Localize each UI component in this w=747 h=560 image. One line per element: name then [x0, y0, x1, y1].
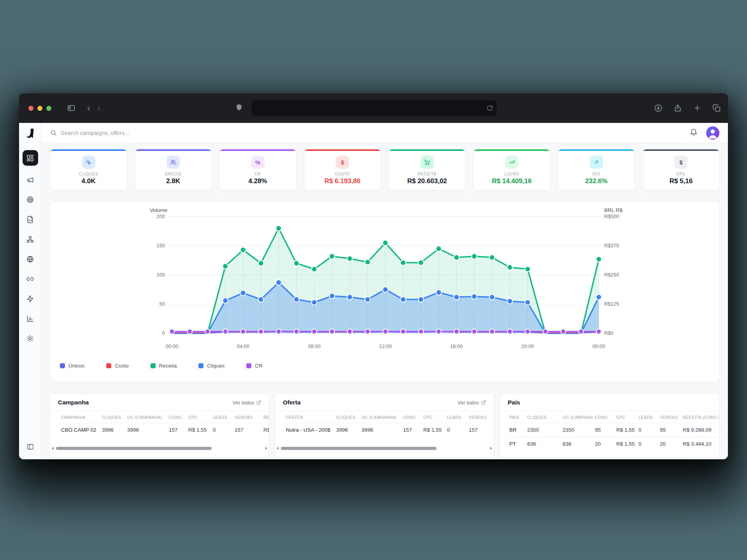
- svg-text:00:00: 00:00: [593, 343, 605, 349]
- zoom-window-button[interactable]: [46, 106, 51, 111]
- app-logo[interactable]: [19, 123, 41, 143]
- sidebar-item-automations[interactable]: [25, 293, 36, 304]
- kpi-accent-bar: [304, 149, 381, 151]
- legend-item-cliques[interactable]: Cliques: [198, 363, 224, 369]
- kpi-value: 4.28%: [219, 177, 296, 185]
- notifications-bell-icon[interactable]: [690, 128, 698, 138]
- file-code-icon: [26, 215, 34, 224]
- sidebar-toggle-icon[interactable]: [67, 104, 75, 112]
- kpi-label: CUSTO: [304, 172, 381, 176]
- toolbar-right-icons: [654, 104, 721, 112]
- kpi-accent-bar: [389, 149, 465, 151]
- user-avatar[interactable]: [706, 126, 719, 140]
- svg-text:R$0: R$0: [604, 330, 614, 336]
- new-tab-icon[interactable]: [693, 104, 701, 112]
- cursor-click-icon: [82, 156, 95, 169]
- svg-text:R$250: R$250: [604, 272, 619, 278]
- search-bar[interactable]: [50, 130, 690, 136]
- sidebar-item-campaigns[interactable]: [25, 174, 36, 186]
- close-window-button[interactable]: [28, 106, 33, 111]
- kpi-label: ROI: [558, 172, 635, 176]
- dollar-icon: $: [674, 156, 687, 169]
- address-bar[interactable]: [251, 100, 497, 116]
- kpi-card-cliques: CLIQUES 4.0K: [50, 149, 127, 191]
- svg-text:BRL R$: BRL R$: [604, 207, 622, 213]
- sitemap-icon: [26, 235, 34, 243]
- oferta-ver-todos-link[interactable]: Ver todos: [458, 400, 486, 406]
- back-button[interactable]: ‹: [87, 103, 90, 113]
- kpi-accent-bar: [558, 149, 635, 151]
- url-input[interactable]: [251, 100, 487, 116]
- kpi-value: R$ 5,16: [643, 177, 719, 185]
- scrollbar-thumb[interactable]: [56, 447, 212, 450]
- browser-window: ‹ ›: [19, 93, 728, 459]
- horizontal-scrollbar[interactable]: [277, 446, 492, 451]
- legend-swatch: [246, 363, 251, 368]
- sidebar-item-landers[interactable]: [25, 214, 36, 225]
- kpi-card-cr: % CR 4.28%: [219, 149, 296, 191]
- sidebar-item-dashboard[interactable]: [23, 150, 38, 166]
- horizontal-scrollbar[interactable]: [52, 446, 267, 451]
- table-row[interactable]: CBO CAMP 0239963996157R$ 1,550157R$: [59, 423, 269, 437]
- legend-item-unicos[interactable]: Únicos: [60, 363, 84, 369]
- share-icon[interactable]: [673, 104, 682, 112]
- pais-title: País: [508, 399, 520, 406]
- external-link-icon: [256, 400, 261, 405]
- svg-text:00:00: 00:00: [166, 343, 179, 349]
- minimize-window-button[interactable]: [37, 106, 42, 111]
- search-icon: [50, 130, 57, 136]
- link-icon: [26, 275, 34, 283]
- scroll-right-icon[interactable]: [490, 447, 492, 450]
- scrollbar-thumb[interactable]: [281, 447, 437, 450]
- campanha-ver-todos-link[interactable]: Ver todos: [233, 400, 261, 406]
- sidebar-item-domains[interactable]: [25, 253, 36, 265]
- sidebar-item-offers[interactable]: [25, 194, 36, 205]
- scroll-left-icon[interactable]: [277, 447, 279, 450]
- target-icon: [26, 196, 34, 204]
- table-row[interactable]: Nutra - USA - 200$39963996157R$ 1,550157: [284, 423, 494, 437]
- table-header-row: CAMPANHACLIQUESUC (CAMPANHA)CONV.CPCLEAD…: [59, 411, 269, 423]
- sidebar-item-reports[interactable]: [25, 313, 36, 324]
- campanha-card: Campanha Ver todos CAMPANHACLIQUESUC (CA…: [50, 393, 269, 458]
- sidebar-item-settings[interactable]: [25, 332, 36, 344]
- kpi-accent-bar: [219, 149, 296, 151]
- gear-icon: [26, 334, 34, 343]
- kpi-label: CR: [219, 172, 296, 176]
- tab-overview-icon[interactable]: [712, 104, 721, 112]
- table-row[interactable]: PT63663620R$ 1,55020R$ 3.484,10: [507, 437, 720, 451]
- sidebar-item-funnels[interactable]: [25, 233, 36, 245]
- user-icon: [706, 126, 719, 140]
- sidebar-collapse-icon[interactable]: [26, 443, 34, 452]
- cart-icon: [421, 156, 434, 169]
- scroll-right-icon[interactable]: [265, 447, 267, 450]
- sidebar: [19, 123, 42, 459]
- kpi-value: 2.8K: [135, 177, 212, 185]
- kpi-card-receita: RECEITA R$ 20.603,02: [388, 149, 466, 191]
- time-series-chart[interactable]: VolumeBRL R$050100150200R$0R$125R$250R$3…: [50, 202, 720, 357]
- legend-item-receita[interactable]: Receita: [151, 363, 177, 369]
- reload-icon[interactable]: [487, 105, 493, 111]
- legend-item-custo[interactable]: Custo: [106, 363, 128, 369]
- table-row[interactable]: BR2350235095R$ 1,55095R$ 9.288,09: [507, 423, 720, 437]
- legend-swatch: [60, 363, 65, 368]
- megaphone-icon: [26, 176, 34, 184]
- tables-row: Campanha Ver todos CAMPANHACLIQUESUC (CA…: [50, 393, 720, 458]
- kpi-label: ÚNICOS: [135, 172, 212, 176]
- oferta-card: Oferta Ver todos OFERTACLIQUESUC (CAMPAN…: [275, 393, 494, 458]
- svg-text:0: 0: [162, 330, 165, 336]
- kpi-card-unicos: ÚNICOS 2.8K: [135, 149, 212, 191]
- downloads-icon[interactable]: [654, 104, 663, 112]
- dashboard-grid-icon: [26, 154, 34, 162]
- sidebar-item-links[interactable]: [25, 273, 36, 285]
- legend-swatch: [198, 363, 203, 368]
- kpi-label: LUCRO: [473, 172, 550, 176]
- forward-button[interactable]: ›: [97, 103, 100, 113]
- search-input[interactable]: [61, 130, 224, 136]
- privacy-shield-icon[interactable]: [235, 103, 243, 113]
- svg-text:150: 150: [156, 243, 165, 248]
- scroll-left-icon[interactable]: [52, 447, 54, 450]
- table-header-row: OFERTACLIQUESUC (CAMPANHA)CONV.CPCLEADSV…: [284, 411, 494, 423]
- svg-text:Volume: Volume: [150, 207, 167, 213]
- legend-item-cr[interactable]: CR: [246, 363, 263, 369]
- arrow-up-right-icon: [590, 156, 603, 169]
